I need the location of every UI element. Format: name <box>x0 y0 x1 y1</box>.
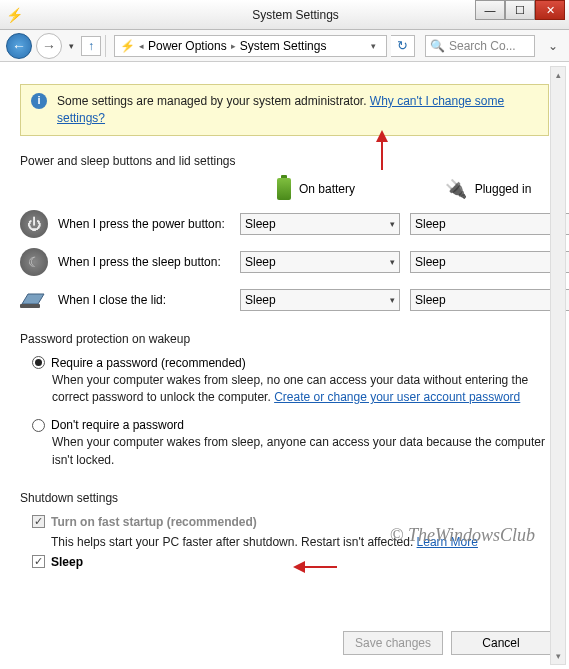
forward-button[interactable]: → <box>36 33 62 59</box>
sleep-button-battery-select[interactable]: Sleep▾ <box>240 251 400 273</box>
close-button[interactable]: ✕ <box>535 0 565 20</box>
breadcrumb-item[interactable]: Power Options <box>148 39 227 53</box>
section-title-shutdown: Shutdown settings <box>20 491 549 505</box>
create-password-link[interactable]: Create or change your user account passw… <box>274 390 520 404</box>
breadcrumb-item[interactable]: System Settings <box>240 39 327 53</box>
row-label-power-button: When I press the power button: <box>58 217 225 231</box>
info-icon: i <box>31 93 47 109</box>
scroll-down-icon[interactable]: ▾ <box>551 648 565 664</box>
sleep-button-icon: ☾ <box>20 248 48 276</box>
section-title-wakeup: Password protection on wakeup <box>20 332 549 346</box>
app-icon: ⚡ <box>6 7 22 23</box>
watermark: © TheWindowsClub <box>390 525 535 546</box>
radio-dont-require-password[interactable]: Don't require a password <box>32 418 549 432</box>
save-button: Save changes <box>343 631 443 655</box>
power-button-battery-select[interactable]: Sleep▾ <box>240 213 400 235</box>
search-input[interactable]: 🔍 Search Co... <box>425 35 535 57</box>
back-button[interactable]: ← <box>6 33 32 59</box>
search-placeholder: Search Co... <box>449 39 516 53</box>
column-header-battery: On battery <box>230 178 402 200</box>
chevron-icon: ◂ <box>139 41 144 51</box>
checkbox-fast-startup <box>32 515 45 528</box>
address-bar[interactable]: ⚡ ◂ Power Options ▸ System Settings ▾ <box>114 35 387 57</box>
fast-startup-desc: This helps start your PC faster after sh… <box>51 535 413 549</box>
sleep-option-label: Sleep <box>51 555 83 569</box>
lid-icon <box>20 286 48 314</box>
title-bar: ⚡ System Settings — ☐ ✕ <box>0 0 569 30</box>
maximize-button[interactable]: ☐ <box>505 0 535 20</box>
fast-startup-label: Turn on fast startup (recommended) <box>51 515 257 529</box>
checkbox-sleep[interactable] <box>32 555 45 568</box>
refresh-button[interactable]: ↻ <box>391 35 415 57</box>
chevron-down-icon: ▾ <box>390 219 395 229</box>
chevron-down-icon: ▾ <box>390 257 395 267</box>
svg-rect-1 <box>20 304 40 308</box>
radio-icon <box>32 419 45 432</box>
power-options-icon: ⚡ <box>119 38 135 54</box>
help-chevron-icon[interactable]: ⌄ <box>543 36 563 56</box>
vertical-scrollbar[interactable]: ▴ ▾ <box>550 66 566 665</box>
power-button-plugged-select[interactable]: Sleep▾ <box>410 213 569 235</box>
chevron-right-icon: ▸ <box>231 41 236 51</box>
admin-info-banner: i Some settings are managed by your syst… <box>20 84 549 136</box>
sleep-button-plugged-select[interactable]: Sleep▾ <box>410 251 569 273</box>
navigation-bar: ← → ▾ ↑ ⚡ ◂ Power Options ▸ System Setti… <box>0 30 569 62</box>
dont-require-password-desc: When your computer wakes from sleep, any… <box>52 434 549 469</box>
radio-icon <box>32 356 45 369</box>
search-icon: 🔍 <box>430 39 445 53</box>
address-dropdown-icon[interactable]: ▾ <box>364 41 382 51</box>
admin-banner-text: Some settings are managed by your system… <box>57 94 366 108</box>
up-button[interactable]: ↑ <box>81 36 101 56</box>
minimize-button[interactable]: — <box>475 0 505 20</box>
row-label-close-lid: When I close the lid: <box>58 293 166 307</box>
row-label-sleep-button: When I press the sleep button: <box>58 255 221 269</box>
chevron-down-icon: ▾ <box>390 295 395 305</box>
section-title-buttons-lid: Power and sleep buttons and lid settings <box>20 154 549 168</box>
history-chevron-icon[interactable]: ▾ <box>66 41 77 51</box>
battery-icon <box>277 178 291 200</box>
column-header-plugged: 🔌 Plugged in <box>402 178 569 200</box>
plug-icon: 🔌 <box>445 178 467 200</box>
separator <box>105 35 106 57</box>
close-lid-battery-select[interactable]: Sleep▾ <box>240 289 400 311</box>
power-button-icon: ⏻ <box>20 210 48 238</box>
svg-marker-0 <box>22 294 44 304</box>
cancel-button[interactable]: Cancel <box>451 631 551 655</box>
close-lid-plugged-select[interactable]: Sleep▾ <box>410 289 569 311</box>
scroll-up-icon[interactable]: ▴ <box>551 67 565 83</box>
radio-require-password[interactable]: Require a password (recommended) <box>32 356 549 370</box>
